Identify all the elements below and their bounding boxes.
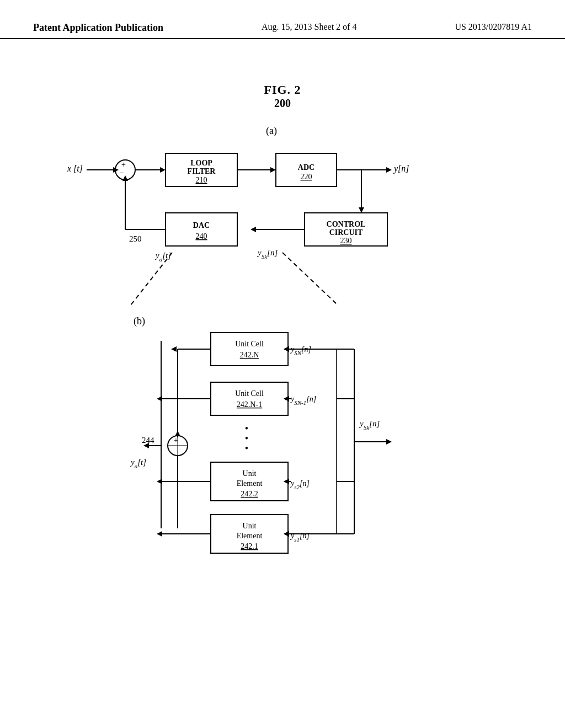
svg-text:ys2[n]: ys2[n] — [290, 479, 310, 490]
svg-text:242.N: 242.N — [240, 351, 259, 359]
svg-rect-59 — [211, 382, 288, 415]
header-right-text: US 2013/0207819 A1 — [455, 22, 532, 32]
svg-text:ySk[n]: ySk[n] — [359, 419, 380, 431]
svg-text:240: 240 — [196, 232, 207, 240]
svg-marker-95 — [157, 531, 162, 537]
svg-text:Element: Element — [237, 479, 263, 488]
svg-text:•: • — [245, 423, 248, 434]
svg-text:y[n]: y[n] — [393, 164, 409, 174]
svg-text:•: • — [245, 443, 248, 454]
svg-line-39 — [282, 253, 338, 305]
svg-text:ya[t]: ya[t] — [130, 458, 146, 469]
svg-rect-50 — [211, 333, 288, 366]
svg-text:•: • — [245, 433, 248, 444]
fig-number: 200 — [33, 97, 532, 110]
header-left-text: Patent Application Publication — [33, 22, 163, 34]
svg-text:(b): (b) — [134, 315, 145, 327]
svg-text:ySk[n]: ySk[n] — [257, 248, 278, 260]
svg-text:ySN-1[n]: ySN-1[n] — [290, 395, 316, 406]
svg-marker-92 — [171, 346, 177, 352]
svg-text:242.1: 242.1 — [241, 542, 258, 550]
circuit-diagram: (a) x [t] + − LOOP FILTER 210 — [34, 112, 531, 719]
patent-page: Patent Application Publication Aug. 15, … — [0, 0, 565, 728]
svg-text:242.N-1: 242.N-1 — [237, 400, 262, 409]
svg-marker-8 — [160, 167, 166, 173]
svg-text:Unit: Unit — [243, 469, 257, 478]
svg-text:Unit Cell: Unit Cell — [235, 389, 264, 398]
figure-label: FIG. 2 200 — [33, 83, 532, 110]
svg-text:LOOP: LOOP — [190, 159, 212, 167]
svg-marker-58 — [175, 431, 180, 436]
page-header: Patent Application Publication Aug. 15, … — [0, 0, 565, 39]
header-center-text: Aug. 15, 2013 Sheet 2 of 4 — [262, 22, 356, 32]
svg-marker-100 — [284, 346, 289, 352]
svg-marker-14 — [270, 167, 276, 173]
svg-marker-101 — [284, 396, 289, 402]
svg-text:242.2: 242.2 — [241, 490, 258, 498]
svg-text:ya[t]: ya[t] — [154, 251, 171, 263]
svg-marker-28 — [250, 227, 256, 232]
svg-text:ADC: ADC — [298, 163, 315, 172]
svg-marker-93 — [157, 396, 162, 402]
svg-text:+: + — [121, 160, 126, 169]
svg-marker-22 — [359, 207, 364, 213]
svg-text:x [t]: x [t] — [67, 164, 83, 173]
svg-text:Element: Element — [237, 532, 263, 540]
svg-text:DAC: DAC — [193, 221, 210, 229]
svg-rect-29 — [166, 213, 237, 246]
svg-text:244: 244 — [142, 436, 154, 445]
fig-title: FIG. 2 — [33, 83, 532, 97]
svg-text:ySN[n]: ySN[n] — [290, 345, 311, 356]
svg-text:CIRCUIT: CIRCUIT — [329, 228, 363, 237]
svg-text:−: − — [120, 169, 124, 177]
svg-marker-91 — [386, 439, 392, 445]
svg-marker-19 — [386, 167, 392, 173]
svg-text:FILTER: FILTER — [188, 167, 216, 175]
svg-text:250: 250 — [129, 234, 142, 243]
svg-text:Unit Cell: Unit Cell — [235, 340, 264, 348]
svg-line-38 — [131, 253, 172, 305]
svg-text:Unit: Unit — [243, 522, 257, 530]
svg-text:210: 210 — [196, 176, 207, 184]
svg-text:CONTROL: CONTROL — [327, 220, 366, 228]
diagram-area: FIG. 2 200 (a) x [t] + − LOOP FILTER 21 — [33, 83, 532, 695]
svg-text:220: 220 — [301, 173, 312, 181]
svg-marker-102 — [284, 479, 289, 484]
svg-marker-103 — [284, 531, 289, 537]
svg-text:(a): (a) — [266, 125, 277, 137]
svg-text:230: 230 — [340, 237, 352, 245]
svg-marker-94 — [157, 479, 162, 484]
